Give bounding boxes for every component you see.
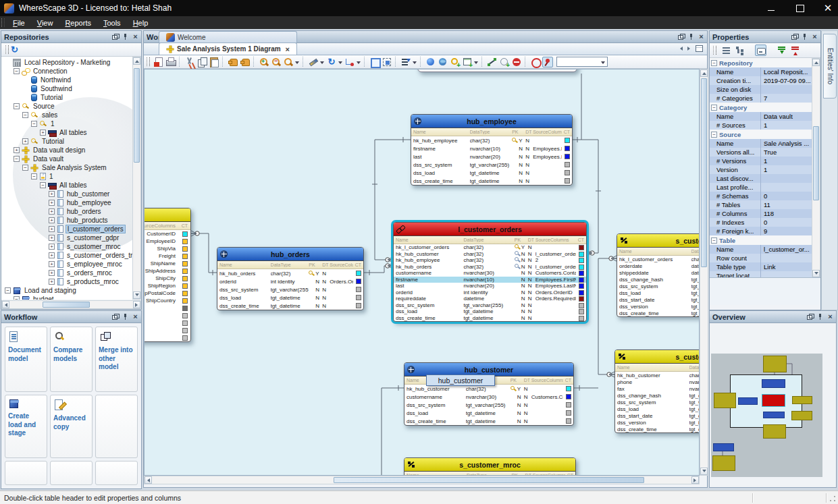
tree-item-tutorial[interactable]: +Tutorial [1, 137, 132, 146]
tree-item-s-orders-mroc[interactable]: +s_orders_mroc [1, 269, 132, 277]
table-column-row[interactable]: lastnvarchar(20)NNEmployees.LastName [394, 283, 586, 289]
collapse-icon[interactable]: − [5, 287, 11, 293]
table-column-row[interactable]: dss_versiontgt_integer [617, 303, 700, 310]
workflow-card-merge-into-other-model[interactable]: Merge into other model [95, 327, 138, 392]
table-column-row[interactable]: CustomerID [144, 230, 190, 237]
tree-item-southwind[interactable]: Southwind [1, 84, 132, 93]
diagram-canvas[interactable]: hub_employeeNameDataTypePKDTSourceColumn… [144, 69, 700, 476]
close-button[interactable]: ✕ [823, 3, 833, 13]
property-group-table[interactable]: −Table [710, 235, 812, 245]
auto-refresh-icon[interactable]: ↻ [326, 57, 337, 67]
tree-item-sale-analysis-system[interactable]: −Sale Analysis System [1, 163, 132, 172]
tree-item-s-customer-mroc[interactable]: +s_customer_mroc [1, 242, 132, 251]
tree-item-hub-customer[interactable]: +hub_customer [1, 190, 132, 198]
table-column-row[interactable]: dss_create_timetgt_datetimeNN [404, 417, 573, 425]
workflow-card-empty[interactable] [95, 461, 138, 485]
connector-route-icon[interactable] [344, 57, 355, 67]
prev-tab-icon[interactable] [678, 47, 683, 51]
collapse-icon[interactable]: − [22, 112, 28, 118]
minimize-button[interactable] [766, 3, 776, 13]
collapse-icon[interactable]: − [14, 296, 20, 300]
collapse-icon[interactable]: − [31, 173, 37, 179]
table-column-row[interactable]: firstnamenvarchar(10)NNEmployees.FirstNa… [394, 277, 586, 283]
diagram-table-l-customer-orders[interactable]: l_customer_ordersNameDataTypePKDTSourceC… [393, 222, 587, 322]
add-table-icon[interactable] [462, 57, 473, 67]
expand-all-green-icon[interactable] [776, 45, 787, 56]
expand-icon[interactable]: + [49, 200, 55, 206]
float-panel-icon[interactable] [111, 33, 119, 40]
tab-welcome[interactable]: Welcome [159, 31, 297, 43]
property-row-last-discov[interactable]: Last discov... [710, 174, 812, 183]
tree-item-1[interactable]: −1 [1, 119, 132, 128]
collapse-group-icon[interactable]: − [711, 105, 717, 111]
pan-hand-icon[interactable] [228, 57, 238, 67]
diagram-table-hub-orders[interactable]: hub_ordersNameDataTypePKDTSourceColumnsC… [217, 247, 364, 310]
property-row-versions-all[interactable]: Versions all...True [710, 148, 812, 157]
property-row-name[interactable]: NameData vault [710, 112, 812, 121]
tree-item-hub-orders[interactable]: +hub_orders [1, 207, 132, 216]
dropdown-arrow-icon[interactable] [413, 61, 417, 66]
workflow-card-advanced-copy[interactable]: Advanced copy [50, 395, 93, 458]
column-header-row[interactable]: NameDataType [617, 248, 700, 256]
zoom-in-icon[interactable]: + [259, 57, 269, 67]
maximize-button[interactable] [795, 3, 804, 13]
table-column-row[interactable]: hk_hub_employeechar(32)YN [411, 136, 572, 144]
tree-item-1[interactable]: −1 [1, 172, 132, 181]
expand-icon[interactable]: + [49, 208, 55, 215]
table-column-row[interactable]: dss_loadtgt_datetime [617, 289, 700, 296]
close-panel-icon[interactable]: × [827, 313, 834, 320]
table-column-row[interactable]: hk_hub_customerchar(32) [615, 372, 700, 379]
table-column-row[interactable]: orderidint identityNNOrders.OrderID [217, 277, 363, 285]
prop-tree-icon[interactable] [734, 45, 745, 56]
fit-view-icon[interactable] [382, 57, 392, 67]
table-column-row[interactable]: lastnvarchar(20)NNEmployees.LastName [411, 152, 572, 161]
tree-item-s-customer-gdpr[interactable]: +s_customer_gdpr [1, 233, 132, 242]
resize-grip-icon[interactable] [829, 495, 837, 503]
table-column-row[interactable]: ShipVia [144, 245, 190, 252]
pin-panel-icon[interactable] [122, 313, 129, 320]
menu-help[interactable]: Help [127, 18, 155, 28]
table-column-row[interactable]: dss_src_systemtgt_varchar(255)NN [411, 161, 572, 169]
property-row-size-on-disk[interactable]: Size on disk [710, 85, 812, 94]
property-row-name[interactable]: NameSale Analysis ... [710, 139, 812, 148]
tree-item-hub-employee[interactable]: +hub_employee [1, 198, 132, 207]
pin-panel-icon[interactable] [816, 313, 824, 320]
table-column-row[interactable]: phonenvarchar(24) [615, 379, 700, 385]
table-column-row[interactable]: dss_src_systemtgt_varchar(255)NN [217, 285, 363, 293]
expand-icon[interactable]: + [49, 235, 55, 241]
table-column-row[interactable]: dss_create_timetgt_datetimeNN [217, 302, 363, 310]
properties-scrollbar[interactable] [812, 58, 820, 278]
table-column-row[interactable]: dss_create_timetgt_datetime [617, 310, 700, 316]
table-column-row[interactable]: hk_hub_orderschar(32)NNl_customer_orders… [394, 264, 586, 271]
menu-grip[interactable] [1, 18, 5, 27]
info-sphere-icon[interactable] [425, 57, 436, 67]
canvas-vertical-scrollbar[interactable] [700, 69, 708, 476]
float-panel-icon[interactable] [111, 313, 119, 320]
menu-tools[interactable]: Tools [97, 18, 127, 28]
expand-icon[interactable]: + [40, 130, 46, 136]
workflow-card-empty[interactable] [5, 461, 47, 485]
tree-item-s-products-mroc[interactable]: +s_products_mroc [1, 277, 132, 286]
diagram-table-s-customer-mroc[interactable]: s_customer_mrocNameDataTypePKDTSourceCol… [404, 457, 576, 476]
relationship-icon[interactable] [487, 57, 498, 67]
pin-panel-icon[interactable] [801, 33, 808, 40]
tab-list-icon[interactable] [696, 45, 703, 52]
table-column-row[interactable]: ShipRegion [144, 282, 190, 289]
zoom-tool-icon[interactable] [283, 57, 294, 67]
tree-item-load-and-staging[interactable]: −Load and staging [1, 286, 132, 295]
prop-box-icon[interactable] [755, 45, 766, 56]
tree-item-data-vault[interactable]: −Data vault [1, 155, 132, 163]
workflow-card-empty[interactable] [50, 461, 93, 485]
zoom-out-icon[interactable]: − [271, 57, 282, 67]
menu-file[interactable]: File [7, 18, 31, 28]
table-column-row[interactable]: Freight [144, 252, 190, 260]
tree-item-source[interactable]: −Source [1, 102, 132, 111]
draw-ellipse-icon[interactable] [530, 57, 541, 67]
tree-item-local-repository-marketing[interactable]: Local Repository - Marketing [1, 58, 132, 67]
close-tab-icon[interactable]: × [286, 45, 290, 53]
toolbar-grip[interactable] [5, 45, 9, 54]
close-panel-icon[interactable]: × [132, 313, 139, 320]
tab-sale-analysis-system-1-diagram[interactable]: Sale Analysis System 1 Diagram× [159, 43, 297, 55]
column-header-row[interactable]: NameDataTypePKDTSourceColumnsCT [394, 236, 586, 244]
table-column-row[interactable]: dss_loadtgt_datetime [615, 405, 700, 412]
